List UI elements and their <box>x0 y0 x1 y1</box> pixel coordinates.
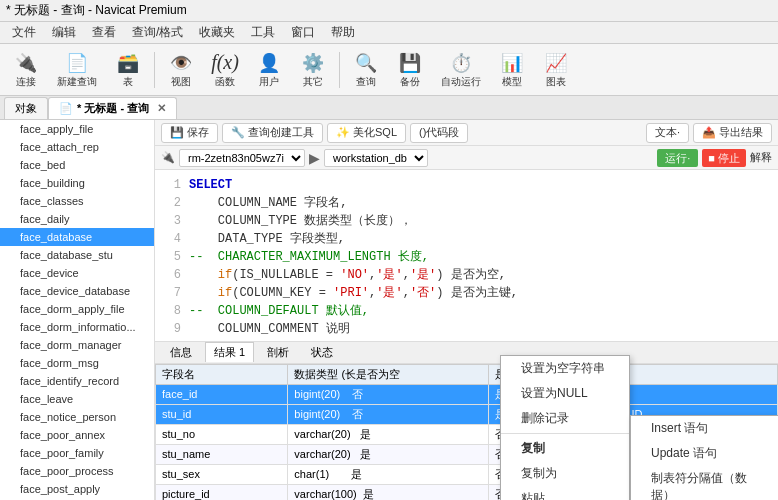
menu-tools[interactable]: 工具 <box>243 22 283 43</box>
ctx-copy-as[interactable]: 复制为 <box>501 461 629 486</box>
query-builder-button[interactable]: 🔧 查询创建工具 <box>222 123 323 143</box>
sub-ctx-update[interactable]: Update 语句 <box>631 441 778 466</box>
chart-icon: 📈 <box>544 51 568 75</box>
menu-bar: 文件 编辑 查看 查询/格式 收藏夹 工具 窗口 帮助 <box>0 22 778 44</box>
menu-edit[interactable]: 编辑 <box>44 22 84 43</box>
connection-select[interactable]: rm-2zetn83n05wz7i <box>179 149 305 167</box>
menu-query[interactable]: 查询/格式 <box>124 22 191 43</box>
sidebar-item-face-dorm-msg[interactable]: face_dorm_msg <box>0 354 154 372</box>
sidebar: face_apply_file face_attach_rep face_bed… <box>0 120 155 500</box>
cell-field: stu_id <box>156 404 288 424</box>
conn-bar: 🔌 rm-2zetn83n05wz7i ▶ workstation_db 运行·… <box>155 146 778 170</box>
editor-line-9: 9 COLUMN_COMMENT 说明 <box>161 320 772 338</box>
toolbar-sep-2 <box>339 52 340 88</box>
editor-line-4: 4 DATA_TYPE 字段类型, <box>161 230 772 248</box>
sidebar-item-face-dorm-apply-file[interactable]: face_dorm_apply_file <box>0 300 154 318</box>
code-snippet-button[interactable]: ()代码段 <box>410 123 468 143</box>
ctx-delete-record[interactable]: 删除记录 <box>501 406 629 431</box>
sidebar-item-face-dorm-manager[interactable]: face_dorm_manager <box>0 336 154 354</box>
ctx-sep-1 <box>501 433 629 434</box>
ctx-set-null[interactable]: 设置为NULL <box>501 381 629 406</box>
sidebar-item-face-identify-record[interactable]: face_identify_record <box>0 372 154 390</box>
model-button[interactable]: 📊 模型 <box>492 48 532 92</box>
cell-field: face_id <box>156 384 288 404</box>
database-select[interactable]: workstation_db <box>324 149 428 167</box>
other-button[interactable]: ⚙️ 其它 <box>293 48 333 92</box>
menu-file[interactable]: 文件 <box>4 22 44 43</box>
sub-ctx-tab-data[interactable]: 制表符分隔值（数据） <box>631 466 778 500</box>
result-tab-info[interactable]: 信息 <box>161 342 201 363</box>
sidebar-item-face-notice-person[interactable]: face_notice_person <box>0 408 154 426</box>
table-button[interactable]: 🗃️ 表 <box>108 48 148 92</box>
title-bar: * 无标题 - 查询 - Navicat Premium <box>0 0 778 22</box>
user-button[interactable]: 👤 用户 <box>249 48 289 92</box>
chart-button[interactable]: 📈 图表 <box>536 48 576 92</box>
sql-editor[interactable]: 1 SELECT 2 COLUMN_NAME 字段名, 3 COLUMN_TYP… <box>155 170 778 342</box>
sidebar-item-face-dorm-information[interactable]: face_dorm_informatio... <box>0 318 154 336</box>
stop-button[interactable]: ■ 停止 <box>702 149 746 167</box>
sidebar-item-face-poor-process[interactable]: face_poor_process <box>0 462 154 480</box>
sidebar-item-face-database[interactable]: face_database <box>0 228 154 246</box>
connect-icon: 🔌 <box>14 51 38 75</box>
sidebar-item-face-post-apply[interactable]: face_post_apply <box>0 480 154 498</box>
beautify-sql-button[interactable]: ✨ 美化SQL <box>327 123 406 143</box>
view-icon: 👁️ <box>169 51 193 75</box>
menu-favorites[interactable]: 收藏夹 <box>191 22 243 43</box>
connect-button[interactable]: 🔌 连接 <box>6 48 46 92</box>
sidebar-item-face-apply-file[interactable]: face_apply_file <box>0 120 154 138</box>
toolbar-sep-1 <box>154 52 155 88</box>
view-button[interactable]: 👁️ 视图 <box>161 48 201 92</box>
sidebar-item-face-daily[interactable]: face_daily <box>0 210 154 228</box>
cell-type: varchar(20) 是 <box>288 424 488 444</box>
sub-ctx-insert[interactable]: Insert 语句 <box>631 416 778 441</box>
menu-help[interactable]: 帮助 <box>323 22 363 43</box>
table-icon: 🗃️ <box>116 51 140 75</box>
tab-objects[interactable]: 对象 <box>4 97 48 119</box>
query-button[interactable]: 🔍 查询 <box>346 48 386 92</box>
backup-icon: 💾 <box>398 51 422 75</box>
save-button[interactable]: 💾 保存 <box>161 123 218 143</box>
sidebar-item-face-attach-rep[interactable]: face_attach_rep <box>0 138 154 156</box>
export-result-button[interactable]: 📤 导出结果 <box>693 123 772 143</box>
sidebar-item-face-poor-family[interactable]: face_poor_family <box>0 444 154 462</box>
text-button[interactable]: 文本· <box>646 123 689 143</box>
table-header-row: 字段名 数据类型 (长是否为空 是否为主键 说明 <box>156 364 778 384</box>
sidebar-item-face-poor-annex[interactable]: face_poor_annex <box>0 426 154 444</box>
other-label: 其它 <box>303 75 323 89</box>
sidebar-item-face-device[interactable]: face_device <box>0 264 154 282</box>
result-tab-result1[interactable]: 结果 1 <box>205 342 254 362</box>
autorun-button[interactable]: ⏱️ 自动运行 <box>434 48 488 92</box>
new-query-button[interactable]: 📄 新建查询 <box>50 48 104 92</box>
table-row[interactable]: face_id bigint(20) 否 是 ID <box>156 384 778 404</box>
run-button[interactable]: 运行· <box>657 149 698 167</box>
sidebar-item-face-device-database[interactable]: face_device_database <box>0 282 154 300</box>
menu-view[interactable]: 查看 <box>84 22 124 43</box>
query-icon: 🔍 <box>354 51 378 75</box>
backup-button[interactable]: 💾 备份 <box>390 48 430 92</box>
sidebar-item-face-classes[interactable]: face_classes <box>0 192 154 210</box>
title-text: * 无标题 - 查询 - Navicat Premium <box>6 2 187 19</box>
result-tab-analyze[interactable]: 剖析 <box>258 342 298 363</box>
menu-window[interactable]: 窗口 <box>283 22 323 43</box>
beautify-sql-icon: ✨ <box>336 126 350 139</box>
function-button[interactable]: f(x) 函数 <box>205 48 245 92</box>
user-icon: 👤 <box>257 51 281 75</box>
sub-context-menu: Insert 语句 Update 语句 制表符分隔值（数据） 制表符分隔值（字段… <box>630 415 778 500</box>
sidebar-item-face-leave[interactable]: face_leave <box>0 390 154 408</box>
editor-line-1: 1 SELECT <box>161 176 772 194</box>
cell-field: picture_id <box>156 484 288 500</box>
sidebar-item-face-bed[interactable]: face_bed <box>0 156 154 174</box>
result-tab-status[interactable]: 状态 <box>302 342 342 363</box>
autorun-icon: ⏱️ <box>449 51 473 75</box>
cell-type: bigint(20) 否 <box>288 384 488 404</box>
tab-query[interactable]: 📄 * 无标题 - 查询 ✕ <box>48 97 177 119</box>
explain-button[interactable]: 解释 <box>750 150 772 165</box>
sidebar-item-face-building[interactable]: face_building <box>0 174 154 192</box>
ctx-set-empty-string[interactable]: 设置为空字符串 <box>501 356 629 381</box>
sidebar-item-face-database-stu[interactable]: face_database_stu <box>0 246 154 264</box>
tab-close-icon[interactable]: ✕ <box>157 102 166 115</box>
ctx-paste[interactable]: 粘贴 <box>501 486 629 500</box>
ctx-copy[interactable]: 复制 <box>501 436 629 461</box>
table-label: 表 <box>123 75 133 89</box>
cell-field: stu_sex <box>156 464 288 484</box>
